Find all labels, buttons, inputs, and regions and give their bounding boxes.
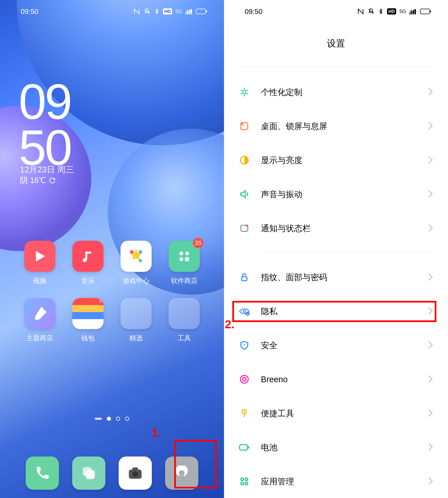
display-icon — [239, 154, 250, 166]
chevron-right-icon — [428, 155, 433, 165]
svg-point-42 — [241, 482, 243, 485]
svg-rect-5 — [206, 10, 207, 13]
status-icons: HD 5G 68 — [133, 8, 208, 15]
battery-icon — [239, 442, 250, 453]
app-store[interactable]: 35 软件商店 — [160, 241, 208, 285]
network-type: 5G — [176, 9, 182, 14]
svg-point-6 — [130, 250, 134, 254]
chevron-right-icon — [428, 374, 433, 384]
settings-row-label: 指纹、面部与密码 — [261, 272, 417, 283]
dock-settings[interactable] — [165, 457, 198, 490]
svg-rect-38 — [240, 445, 248, 450]
settings-row-label: 电池 — [261, 442, 417, 453]
svg-point-18 — [179, 470, 185, 476]
apps-icon — [239, 476, 250, 487]
svg-point-8 — [139, 259, 142, 263]
star-multi-icon — [127, 248, 145, 265]
dock — [0, 457, 224, 490]
svg-rect-14 — [86, 470, 95, 479]
app-wallet[interactable]: 12 钱包 — [64, 298, 112, 343]
chevron-right-icon — [428, 121, 433, 131]
settings-row-battery[interactable]: 电池 — [239, 430, 433, 465]
dock-phone[interactable] — [26, 457, 59, 490]
security-icon — [239, 339, 250, 351]
svg-rect-17 — [132, 467, 138, 470]
page-indicator[interactable] — [0, 417, 224, 421]
clock-widget[interactable]: 09 50 — [19, 79, 71, 171]
folder-tools[interactable]: 工具 — [160, 298, 208, 343]
phone-icon — [34, 465, 51, 481]
battery-indicator: 68 — [420, 8, 432, 15]
app-game-center[interactable]: 游戏中心 — [112, 241, 160, 285]
status-bar: 09:50 HD 5G 68 — [224, 0, 448, 23]
settings-row-notification[interactable]: 通知与状态栏 — [239, 211, 433, 245]
settings-row-label: 显示与亮度 — [261, 155, 417, 166]
settings-row-sound[interactable]: 声音与振动 — [239, 177, 433, 211]
status-time: 09:50 — [245, 7, 262, 16]
svg-point-11 — [179, 257, 183, 261]
settings-row-personalize[interactable]: 个性化定制 — [239, 75, 433, 109]
settings-row-display[interactable]: 显示与亮度 — [239, 143, 433, 177]
folder-featured[interactable]: 精选 — [112, 298, 160, 343]
svg-point-7 — [139, 250, 142, 254]
lock-icon — [239, 271, 250, 283]
sound-icon — [239, 188, 250, 200]
svg-point-43 — [245, 482, 248, 485]
home-lock-icon — [239, 120, 250, 132]
svg-rect-4 — [196, 9, 206, 14]
settings-row-label: 便捷工具 — [261, 408, 417, 419]
settings-row-home-lock[interactable]: 桌面、锁屏与息屏 — [239, 109, 433, 143]
svg-point-40 — [241, 478, 243, 481]
page-dot — [116, 417, 120, 421]
badge: 35 — [193, 238, 204, 248]
chevron-right-icon — [428, 272, 433, 282]
music-icon — [80, 248, 96, 264]
app-music[interactable]: 音乐 — [64, 241, 112, 285]
nfc-icon — [357, 8, 364, 15]
chevron-right-icon — [428, 87, 433, 97]
network-type: 5G — [400, 9, 406, 14]
chevron-right-icon — [428, 306, 433, 316]
home-screen: 09:50 HD 5G 68 09 50 12月23日 周三 阴 16℃ 视频 — [0, 0, 224, 498]
settings-row-lock[interactable]: 指纹、面部与密码 — [239, 260, 433, 294]
status-bar: 09:50 HD 5G 68 — [0, 0, 224, 23]
chevron-right-icon — [428, 189, 433, 199]
settings-row-security[interactable]: 安全 — [239, 328, 433, 362]
settings-screen: 09:50 HD 5G 68 设置 2. 个性化定制 桌面、锁屏与息屏 显示与亮… — [224, 0, 448, 498]
clock-minutes: 50 — [19, 125, 71, 171]
settings-list: 个性化定制 桌面、锁屏与息屏 显示与亮度 声音与振动 通知与状态栏 指纹、面部与… — [224, 66, 448, 498]
settings-row-breeno[interactable]: Breeno — [239, 362, 433, 396]
settings-row-label: 通知与状态栏 — [261, 223, 417, 234]
svg-point-29 — [246, 225, 248, 227]
apps-icon — [177, 249, 191, 263]
svg-point-25 — [243, 90, 246, 94]
breeno-icon — [239, 373, 250, 385]
clock-hours: 09 — [19, 79, 71, 125]
dock-camera[interactable] — [119, 457, 152, 490]
folder-icon — [169, 298, 200, 329]
settings-row-apps[interactable]: 应用管理 — [239, 465, 433, 498]
chevron-right-icon — [428, 223, 433, 233]
settings-row-privacy[interactable]: 隐私 — [239, 294, 433, 328]
app-video[interactable]: 视频 — [16, 241, 64, 285]
weather-widget[interactable]: 阴 16℃ — [20, 175, 56, 186]
dock-recents[interactable] — [72, 457, 105, 490]
privacy-icon — [239, 305, 250, 317]
status-time: 09:50 — [21, 7, 38, 16]
svg-point-31 — [243, 310, 246, 313]
app-theme-store[interactable]: 主题商店 — [16, 298, 64, 343]
brush-icon — [31, 304, 49, 323]
settings-row-label: 隐私 — [261, 306, 417, 317]
battery-indicator: 68 — [196, 8, 208, 15]
status-icons: HD 5G 68 — [357, 8, 432, 15]
recents-icon — [80, 464, 98, 482]
svg-point-9 — [179, 251, 183, 255]
personalize-icon — [239, 86, 250, 98]
camera-icon — [127, 465, 144, 481]
date-widget[interactable]: 12月23日 周三 — [20, 164, 74, 175]
folder-icon — [121, 298, 152, 329]
page-dot-active — [107, 417, 111, 421]
play-icon — [32, 248, 48, 264]
settings-row-tools[interactable]: 便捷工具 — [239, 396, 433, 430]
page-dot — [125, 417, 129, 421]
